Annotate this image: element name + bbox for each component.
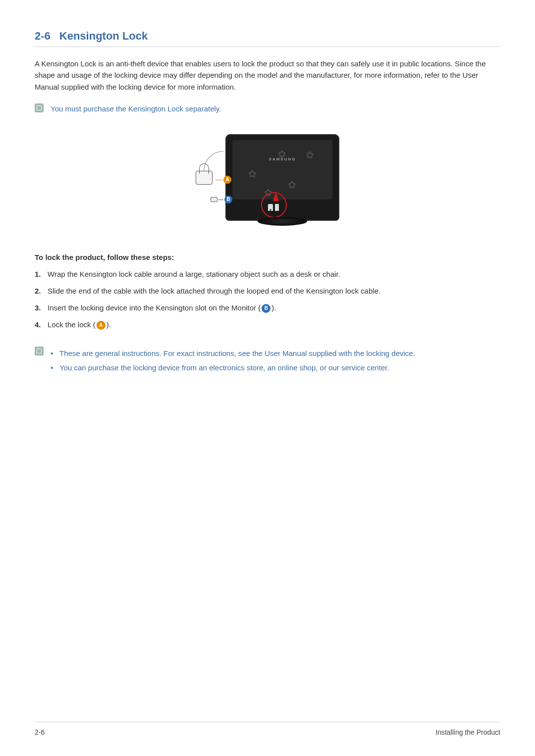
footer-left: 2-6 [35,728,45,736]
callout-b: B [211,196,232,203]
footer-right: Installing the Product [435,728,500,736]
page-footer: 2-6 Installing the Product [35,722,500,736]
step-item: 3. Insert the locking device into the Ke… [35,302,500,314]
note-text-1: You must purchase the Kensington Lock se… [51,103,221,115]
page: 2-6 Kensington Lock A Kensington Lock is… [0,0,535,756]
monitor-stand [258,217,307,226]
marker-b-icon: B [224,196,232,203]
section-header: 2-6 Kensington Lock [35,30,500,47]
note-block-1: You must purchase the Kensington Lock se… [35,103,500,115]
step-item: 4. Lock the lock (A). [35,319,500,331]
step-number: 3. [35,302,48,314]
note-bullet: You can purchase the locking device from… [51,361,415,375]
marker-a-icon: A [97,321,106,330]
step-text: Lock the lock (A). [48,319,500,331]
note-bullet: These are general instructions. For exac… [51,347,415,361]
step-item: 2. Slide the end of the cable with the l… [35,285,500,297]
step-text-pre: Lock the lock ( [48,320,96,329]
step-text: Wrap the Kensington lock cable around a … [48,268,500,280]
flower-icon [288,180,298,190]
leader-line [215,180,222,180]
steps-heading: To lock the product, follow these steps: [35,253,500,261]
monitor-body: SAMSUNG [225,134,339,221]
section-title: Kensington Lock [59,30,148,43]
spacer [35,375,500,722]
flower-icon [248,169,258,179]
lock-slot-icon [268,204,273,211]
kensington-slot [268,204,279,211]
step-text-post: ). [107,320,111,329]
step-number: 4. [35,319,48,331]
arrow-up-icon [273,192,279,201]
marker-b-icon: B [262,304,270,313]
step-text: Insert the locking device into the Kensi… [48,302,500,314]
step-text-post: ). [271,303,276,312]
note-icon [35,347,44,355]
padlock-icon [196,171,213,185]
intro-paragraph: A Kensington Lock is an anti-theft devic… [35,58,500,93]
monitor-illustration: SAMSUNG [196,134,339,233]
figure: SAMSUNG [35,134,500,233]
marker-a-icon: A [223,176,231,184]
note-icon [35,103,44,112]
callout-a: A [215,176,231,184]
step-text-pre: Insert the locking device into the Kensi… [48,303,261,312]
flower-icon [278,149,288,159]
steps-list: 1. Wrap the Kensington lock cable around… [35,268,500,336]
note-bullet-list: These are general instructions. For exac… [51,347,415,375]
flower-icon [306,150,316,160]
step-item: 1. Wrap the Kensington lock cable around… [35,268,500,280]
step-number: 2. [35,285,48,297]
step-text: Slide the end of the cable with the lock… [48,285,500,297]
monitor-screen: SAMSUNG [232,140,332,200]
slot-icon [275,204,279,211]
section-number: 2-6 [35,30,51,43]
lock-assembly [196,171,213,185]
leader-line [218,200,223,200]
note-block-2: These are general instructions. For exac… [35,347,500,375]
lock-barrel-icon [211,197,217,202]
step-number: 1. [35,268,48,280]
